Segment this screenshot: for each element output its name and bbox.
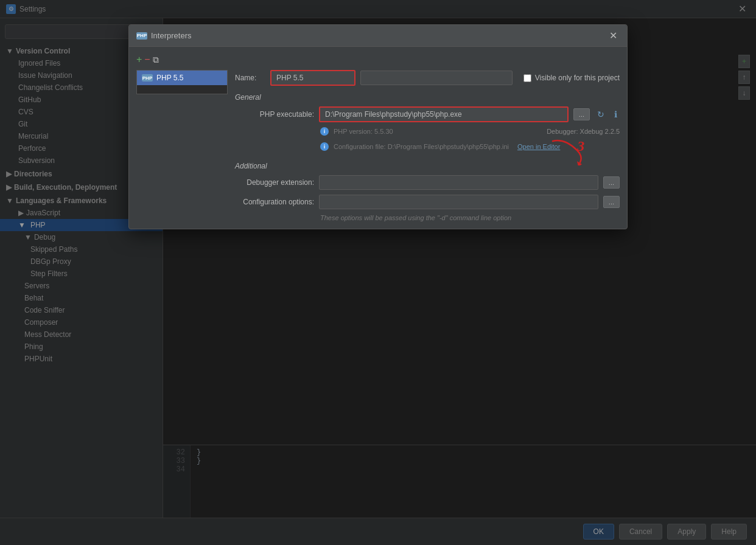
config-file-text: Configuration file: D:\Program Files\php… <box>334 143 509 150</box>
interpreter-list-panel: PHP PHP 5.5 <box>136 70 228 221</box>
config-options-dots-btn[interactable]: ... <box>603 196 620 208</box>
config-file-row: i Configuration file: D:\Program Files\p… <box>235 138 620 154</box>
interpreter-list: PHP PHP 5.5 <box>136 70 228 94</box>
dialog-overlay: PHP Interpreters ✕ + − ⧉ PHP PHP <box>0 0 756 545</box>
interpreter-list-item-php55[interactable]: PHP PHP 5.5 <box>137 71 227 85</box>
svg-marker-1 <box>577 161 582 165</box>
dialog-copy-btn[interactable]: ⧉ <box>153 55 159 65</box>
debugger-ext-dots-btn[interactable]: ... <box>603 176 620 189</box>
debugger-ext-label: Debugger extension: <box>235 178 314 187</box>
config-options-row: Configuration options: ... <box>235 195 620 209</box>
info-icon: i <box>320 127 329 136</box>
dialog-body: + − ⧉ PHP PHP 5.5 <box>129 47 627 229</box>
visible-only-checkbox[interactable] <box>523 74 531 82</box>
visible-checkbox-row: Visible only for this project <box>523 74 620 82</box>
php-exec-input[interactable] <box>319 106 569 122</box>
dialog-php-icon: PHP <box>136 32 147 40</box>
dialog-add-btn[interactable]: + <box>136 54 142 65</box>
php-version-row: i PHP version: 5.5.30 Debugger: Xdebug 2… <box>235 127 620 136</box>
php-exec-refresh-btn[interactable]: ↻ <box>595 108 607 120</box>
php-exec-info-btn[interactable]: ℹ <box>612 108 620 120</box>
interpreter-list-label: PHP 5.5 <box>156 74 183 82</box>
debugger-ext-input[interactable] <box>319 175 598 190</box>
dialog-title-bar: PHP Interpreters ✕ <box>129 25 627 47</box>
dialog-columns: PHP PHP 5.5 Name: Visible only f <box>136 70 620 221</box>
name-input[interactable] <box>270 70 355 86</box>
php-exec-label: PHP executable: <box>235 110 314 119</box>
dialog-toolbar: + − ⧉ <box>136 54 620 65</box>
php-exec-dots-btn[interactable]: ... <box>573 108 590 120</box>
name-label: Name: <box>235 74 265 82</box>
visible-label: Visible only for this project <box>535 74 620 82</box>
php-version-text: PHP version: 5.5.30 <box>334 128 393 135</box>
dialog-remove-btn[interactable]: − <box>144 54 150 65</box>
debugger-text: Debugger: Xdebug 2.2.5 <box>547 128 620 135</box>
options-note: These options will be passed using the "… <box>235 214 620 221</box>
debugger-ext-row: Debugger extension: ... <box>235 175 620 190</box>
config-options-input[interactable] <box>319 195 598 209</box>
config-info-icon: i <box>320 142 329 151</box>
general-section-title: General <box>235 93 620 102</box>
php55-icon: PHP <box>142 74 153 82</box>
interpreters-dialog: PHP Interpreters ✕ + − ⧉ PHP PHP <box>128 24 628 229</box>
name-row: Name: Visible only for this project <box>235 70 620 86</box>
dialog-title-text: Interpreters <box>151 31 191 40</box>
config-options-label: Configuration options: <box>235 198 314 206</box>
dialog-close-button[interactable]: ✕ <box>607 30 620 41</box>
interpreter-detail-panel: Name: Visible only for this project Gene… <box>235 70 620 221</box>
arrow3-container: 3 <box>565 138 584 154</box>
name-input-ext[interactable] <box>360 71 513 85</box>
php-exec-row: PHP executable: ... ↻ ℹ <box>235 106 620 122</box>
dialog-title: PHP Interpreters <box>136 31 191 40</box>
